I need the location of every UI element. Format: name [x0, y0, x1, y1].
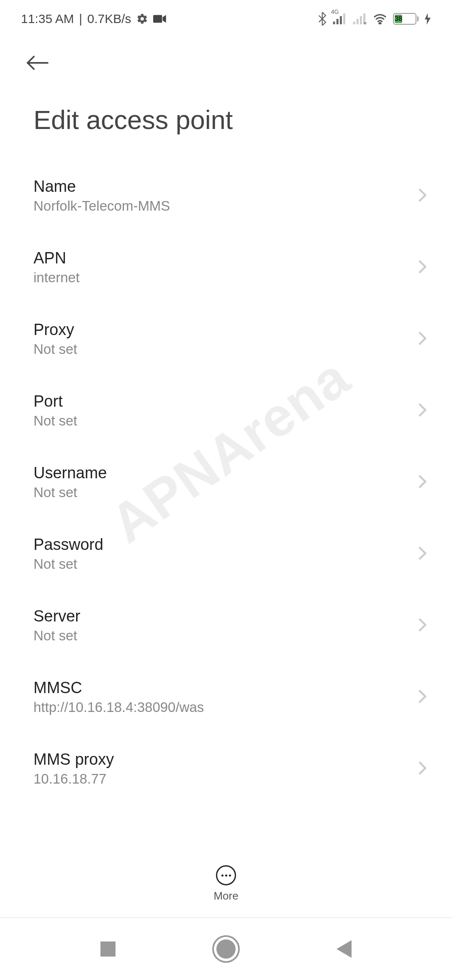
charging-icon: [424, 13, 431, 25]
nav-home-button[interactable]: [216, 939, 236, 959]
video-icon: [153, 14, 167, 24]
wifi-icon: [373, 13, 387, 24]
arrow-left-icon: [25, 54, 50, 71]
setting-label: Port: [33, 392, 77, 410]
svg-rect-5: [353, 22, 355, 25]
setting-value: 10.16.18.77: [33, 771, 114, 787]
chevron-right-icon: [418, 259, 427, 276]
settings-list: Name Norfolk-Telecom-MMS APN internet Pr…: [0, 160, 452, 805]
setting-apn[interactable]: APN internet: [0, 232, 452, 303]
gear-icon: [136, 13, 148, 25]
setting-proxy[interactable]: Proxy Not set: [0, 303, 452, 375]
svg-rect-3: [340, 16, 342, 25]
setting-label: APN: [33, 249, 80, 267]
status-time: 11:35 AM: [21, 12, 74, 26]
more-label: More: [213, 890, 238, 903]
setting-value: http://10.16.18.4:38090/was: [33, 699, 204, 715]
svg-rect-4: [343, 13, 345, 24]
more-button[interactable]: More: [213, 865, 238, 903]
setting-label: Server: [33, 607, 80, 625]
setting-label: Username: [33, 464, 107, 482]
setting-label: MMSC: [33, 679, 204, 697]
setting-mmsc[interactable]: MMSC http://10.16.18.4:38090/was: [0, 661, 452, 733]
svg-rect-1: [333, 22, 335, 25]
status-sep: |: [79, 12, 82, 26]
setting-value: internet: [33, 270, 80, 286]
setting-value: Not set: [33, 485, 107, 500]
system-nav-bar: [0, 917, 452, 980]
nav-back-button[interactable]: [336, 940, 352, 958]
status-data-rate: 0.7KB/s: [87, 12, 131, 26]
setting-port[interactable]: Port Not set: [0, 375, 452, 446]
chevron-right-icon: [418, 689, 427, 706]
back-button[interactable]: [25, 50, 50, 75]
chevron-right-icon: [418, 546, 427, 562]
svg-rect-0: [153, 15, 162, 23]
status-right: 4G ✕ 38: [318, 12, 431, 26]
signal-2-icon: ✕: [353, 13, 367, 24]
more-icon: [216, 865, 236, 885]
chevron-right-icon: [418, 761, 427, 777]
setting-label: Name: [33, 178, 170, 196]
header: [0, 38, 452, 84]
signal-1-icon: 4G: [333, 13, 347, 24]
chevron-right-icon: [418, 617, 427, 634]
chevron-right-icon: [418, 402, 427, 419]
setting-mms-proxy[interactable]: MMS proxy 10.16.18.77: [0, 733, 452, 805]
setting-value: Not set: [33, 341, 77, 357]
setting-label: Password: [33, 536, 103, 554]
status-left: 11:35 AM | 0.7KB/s: [21, 12, 167, 26]
chevron-right-icon: [418, 331, 427, 348]
status-bar: 11:35 AM | 0.7KB/s 4G ✕ 38: [0, 0, 452, 38]
bluetooth-icon: [318, 12, 327, 26]
setting-value: Not set: [33, 556, 103, 572]
setting-label: MMS proxy: [33, 750, 114, 769]
signal-4g-label: 4G: [331, 8, 339, 15]
setting-name[interactable]: Name Norfolk-Telecom-MMS: [0, 160, 452, 232]
setting-server[interactable]: Server Not set: [0, 590, 452, 661]
svg-rect-2: [336, 19, 339, 24]
setting-value: Not set: [33, 628, 80, 644]
chevron-right-icon: [418, 188, 427, 204]
svg-point-10: [379, 23, 381, 24]
setting-value: Not set: [33, 413, 77, 429]
svg-text:✕: ✕: [363, 21, 367, 24]
setting-value: Norfolk-Telecom-MMS: [33, 198, 170, 214]
nav-recent-button[interactable]: [100, 941, 116, 957]
chevron-right-icon: [418, 474, 427, 491]
battery-icon: 38: [393, 13, 419, 25]
setting-label: Proxy: [33, 321, 77, 339]
page-title: Edit access point: [0, 84, 452, 160]
setting-username[interactable]: Username Not set: [0, 446, 452, 518]
svg-rect-7: [360, 16, 362, 25]
setting-password[interactable]: Password Not set: [0, 518, 452, 590]
svg-rect-6: [357, 19, 359, 24]
bottom-action-bar: More: [0, 856, 452, 907]
battery-level: 38: [395, 15, 402, 23]
